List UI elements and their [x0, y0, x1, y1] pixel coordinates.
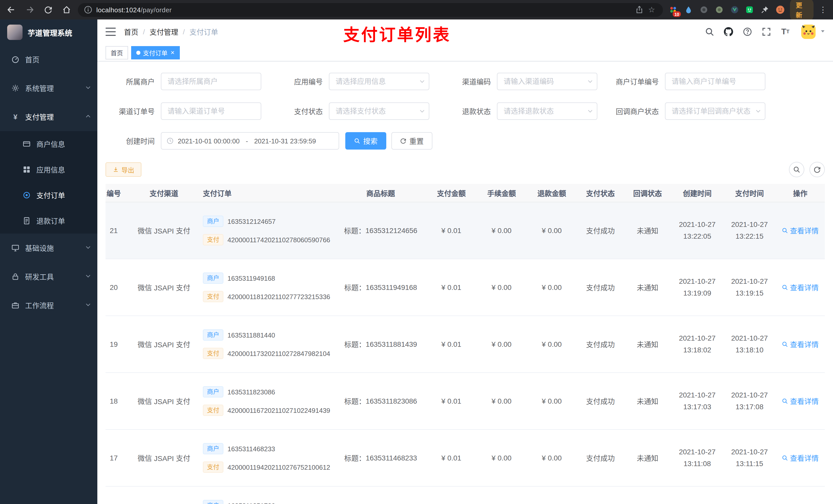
view-detail-link[interactable]: 查看详情 [782, 339, 819, 349]
bookmark-star-icon[interactable]: ☆ [645, 4, 658, 16]
col-fee-amount: 手续金额 [476, 188, 527, 198]
browser-reload-button[interactable] [41, 3, 55, 17]
extension-olive-icon[interactable] [714, 4, 724, 15]
hamburger-icon[interactable] [105, 28, 116, 36]
cell-order-id: 21 [105, 226, 129, 235]
table-toolbar: 导出 [105, 162, 825, 177]
pin-extension-icon[interactable] [760, 4, 770, 15]
sidebar-item-refund-order[interactable]: 退款订单 [0, 208, 97, 234]
table-row[interactable]: 16 商户 1635311251726 支付 [105, 486, 825, 504]
site-info-icon[interactable] [84, 6, 92, 14]
filter-label-create-time: 创建时间 [105, 136, 155, 146]
merchant-order-no: 1635311949168 [228, 274, 275, 282]
view-detail-link[interactable]: 查看详情 [782, 225, 819, 236]
sidebar-item-merchant-info[interactable]: 商户信息 [0, 131, 97, 157]
filter-label: 渠道编码 [442, 76, 491, 87]
filter-input[interactable] [161, 102, 261, 120]
sidebar-item-devtools[interactable]: 研发工具 [0, 262, 97, 291]
search-icon[interactable] [702, 24, 717, 40]
sidebar-item-infra[interactable]: 基础设施 [0, 234, 97, 262]
browser-menu-icon[interactable]: ⋮ [818, 5, 828, 14]
github-icon[interactable] [721, 24, 736, 40]
vue-devtools-icon[interactable] [729, 4, 740, 15]
target-icon [23, 191, 31, 199]
filter-input[interactable] [665, 102, 765, 120]
tab-home[interactable]: 首页 [105, 46, 128, 59]
export-button[interactable]: 导出 [105, 162, 141, 177]
merchant-tag: 商户 [203, 272, 223, 284]
filter-input[interactable] [497, 102, 597, 120]
cell-notify-status: 未通知 [624, 339, 671, 349]
sidebar-item-home[interactable]: 首页 [0, 45, 97, 74]
chrome-update-button[interactable]: 更新 [790, 0, 813, 22]
sidebar-item-workflow[interactable]: 工作流程 [0, 291, 97, 320]
table-row[interactable]: 18 微信 JSAPI 支付 商户 1635311823086 支付 [105, 373, 825, 430]
table-row[interactable]: 19 微信 JSAPI 支付 商户 1635311881440 支付 [105, 316, 825, 373]
view-detail-link[interactable]: 查看详情 [782, 396, 819, 406]
extension-drop-icon[interactable] [684, 4, 694, 15]
browser-back-button[interactable] [4, 3, 19, 17]
help-icon[interactable] [740, 24, 755, 40]
filter-input[interactable] [329, 102, 429, 120]
breadcrumb-home[interactable]: 首页 [124, 27, 138, 37]
toggle-search-button[interactable] [789, 162, 804, 177]
app-title: 芋道管理系统 [28, 27, 72, 38]
cell-goods-title: 标题：1635311468233 [335, 453, 426, 463]
sidebar-item-system[interactable]: 系统管理 [0, 74, 97, 102]
merchant-tag: 商户 [203, 500, 223, 504]
filter-label: 回调商户状态 [610, 106, 659, 116]
refresh-table-button[interactable] [809, 162, 825, 177]
breadcrumb-payment: 支付管理 [149, 27, 178, 37]
table-row[interactable]: 20 微信 JSAPI 支付 商户 1635311949168 支付 [105, 259, 825, 316]
cell-pay-amount: ¥ 0.01 [426, 397, 476, 405]
browser-forward-button[interactable] [23, 3, 37, 17]
pay-tag: 支付 [203, 461, 223, 473]
merchant-tag: 商户 [203, 443, 223, 454]
create-time-range-picker[interactable]: 2021-10-01 00:00:00 - 2021-10-31 23:59:5… [161, 132, 339, 149]
page-content: 所属商户 应用编号 [97, 62, 833, 504]
share-icon[interactable] [633, 4, 645, 16]
filter-input[interactable] [161, 73, 261, 90]
view-detail-link[interactable]: 查看详情 [782, 282, 819, 292]
extension-gray-icon[interactable] [698, 4, 709, 15]
yen-icon: ¥ [11, 113, 20, 120]
search-icon [782, 455, 788, 461]
font-size-icon[interactable]: TT [778, 24, 793, 40]
caret-down-icon [820, 27, 826, 37]
cell-pay-channel: 微信 JSAPI 支付 [129, 282, 199, 292]
reset-button[interactable]: 重置 [391, 132, 432, 149]
wechat-devtools-icon[interactable] [744, 4, 755, 15]
cell-order-id: 17 [105, 454, 129, 462]
pay-tag: 支付 [203, 348, 223, 359]
filter-field: 支付状态 [273, 102, 442, 120]
cell-pay-order: 商户 1635311468233 支付 42000011942021102767… [199, 443, 335, 473]
view-detail-link[interactable]: 查看详情 [782, 453, 819, 463]
browser-home-button[interactable] [60, 3, 74, 17]
cell-actions: 查看详情 [776, 453, 825, 463]
fullscreen-icon[interactable] [759, 24, 774, 40]
search-icon [782, 341, 788, 347]
browser-address-bar[interactable]: localhost:1024/pay/order ☆ [78, 3, 663, 17]
sidebar-item-payment[interactable]: ¥ 支付管理 [0, 102, 97, 131]
table-row[interactable]: 17 微信 JSAPI 支付 商户 1635311468233 支付 [105, 430, 825, 486]
profile-avatar-icon[interactable] [775, 4, 786, 15]
col-pay-status: 支付状态 [577, 188, 624, 198]
date-start-value: 2021-10-01 00:00:00 [178, 137, 239, 145]
app-logo [7, 25, 23, 40]
filter-input[interactable] [329, 73, 429, 90]
user-menu[interactable] [801, 24, 826, 40]
cell-fee-amount: ¥ 0.00 [476, 226, 527, 235]
extension-colorful-icon[interactable]: 10 [668, 4, 679, 15]
search-button[interactable]: 搜索 [345, 132, 386, 149]
tags-view-bar: 首页 支付订单 × [97, 44, 833, 62]
sidebar-item-pay-order[interactable]: 支付订单 [0, 182, 97, 208]
app-logo-row[interactable]: 芋道管理系统 [0, 20, 97, 45]
close-tab-icon[interactable]: × [171, 49, 174, 56]
tab-pay-order[interactable]: 支付订单 × [131, 46, 180, 59]
filter-input[interactable] [665, 73, 765, 90]
sidebar-item-app-info[interactable]: 应用信息 [0, 157, 97, 182]
cell-pay-channel: 微信 JSAPI 支付 [129, 339, 199, 349]
table-row[interactable]: 21 微信 JSAPI 支付 商户 1635312124657 支付 [105, 202, 825, 259]
filter-field: 渠道订单号 [105, 102, 273, 120]
filter-input[interactable] [497, 73, 597, 90]
